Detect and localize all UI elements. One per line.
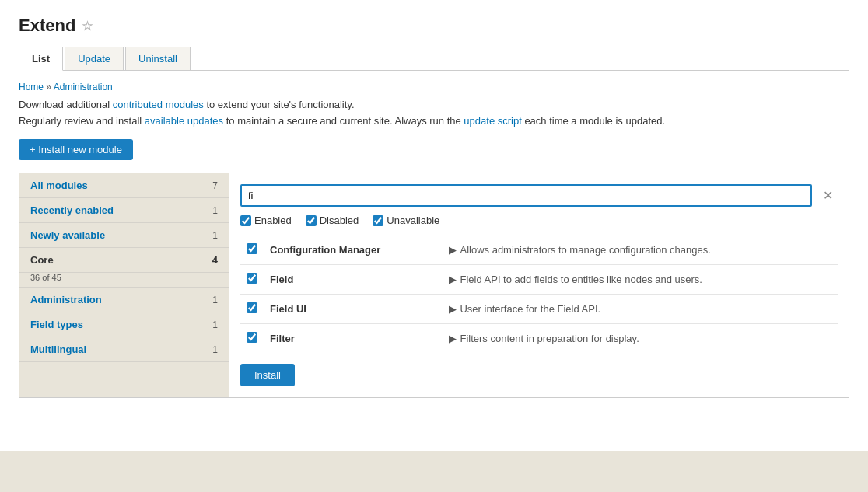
sidebar-recently-enabled-label: Recently enabled xyxy=(30,204,114,216)
breadcrumb-home[interactable]: Home xyxy=(19,82,44,92)
sidebar-core-label: Core xyxy=(30,254,54,266)
desc1-prefix: Download additional xyxy=(19,99,113,110)
breadcrumb-current[interactable]: Administration xyxy=(54,82,113,92)
breadcrumb-separator: » xyxy=(46,82,51,92)
module-checkbox-filter[interactable] xyxy=(247,332,257,343)
sidebar-item-newly-available[interactable]: Newly available 1 xyxy=(19,223,229,248)
filter-disabled-label: Disabled xyxy=(320,215,359,226)
tab-list[interactable]: List xyxy=(19,47,63,71)
module-table: Configuration Manager ▶Allows administra… xyxy=(240,236,838,353)
sidebar-all-modules-count: 7 xyxy=(212,180,218,191)
module-name-field-ui: Field UI xyxy=(264,295,443,324)
sidebar-newly-available-label: Newly available xyxy=(30,229,105,241)
sidebar-multilingual-label: Multilingual xyxy=(30,344,86,355)
module-desc-config-manager: ▶Allows administrators to manage configu… xyxy=(443,236,838,265)
sidebar-administration-label: Administration xyxy=(30,294,102,305)
sidebar-field-types-label: Field types xyxy=(30,319,83,330)
filter-enabled[interactable]: Enabled xyxy=(240,215,292,226)
install-button[interactable]: Install xyxy=(240,364,295,386)
desc2-prefix: Regularly review and install xyxy=(19,115,145,127)
filter-disabled[interactable]: Disabled xyxy=(306,215,359,226)
module-desc-field-ui: ▶User interface for the Field API. xyxy=(443,295,838,324)
sidebar-item-field-types[interactable]: Field types 1 xyxy=(19,312,229,337)
module-cb-filter xyxy=(240,324,264,354)
module-name-field: Field xyxy=(264,265,443,295)
module-desc-field: ▶Field API to add fields to entities lik… xyxy=(443,265,838,295)
content-panel: ✕ Enabled Disabled Unavailable xyxy=(229,173,849,398)
contributed-modules-link[interactable]: contributed modules xyxy=(113,99,204,110)
page-title: Extend xyxy=(19,16,75,36)
module-cb-field-ui xyxy=(240,295,264,324)
sidebar-item-multilingual[interactable]: Multilingual 1 xyxy=(19,337,229,362)
module-checkbox-config-manager[interactable] xyxy=(247,243,257,254)
sidebar-group-core[interactable]: Core 4 xyxy=(19,248,229,273)
filter-unavailable-checkbox[interactable] xyxy=(373,215,383,226)
sidebar-field-types-count: 1 xyxy=(212,319,218,330)
filter-enabled-label: Enabled xyxy=(254,215,292,226)
sidebar-all-modules-label: All modules xyxy=(30,180,88,191)
table-row: Field ▶Field API to add fields to entiti… xyxy=(240,265,838,295)
tab-uninstall[interactable]: Uninstall xyxy=(125,47,191,70)
sidebar-recently-enabled-count: 1 xyxy=(212,205,218,216)
module-checkbox-field-ui[interactable] xyxy=(247,302,257,313)
sidebar-item-administration[interactable]: Administration 1 xyxy=(19,288,229,312)
table-row: Configuration Manager ▶Allows administra… xyxy=(240,236,838,265)
update-script-link[interactable]: update script xyxy=(464,115,521,127)
sidebar-core-count: 4 xyxy=(212,254,218,266)
module-cb-config xyxy=(240,236,264,265)
sidebar-administration-count: 1 xyxy=(212,295,218,305)
search-row: ✕ xyxy=(240,184,838,207)
page-wrapper: Extend ☆ List Update Uninstall Home » Ad… xyxy=(0,0,868,492)
module-name-config-manager: Configuration Manager xyxy=(264,236,443,265)
module-desc-filter: ▶Filters content in preparation for disp… xyxy=(443,324,838,354)
filter-enabled-checkbox[interactable] xyxy=(240,215,251,226)
module-name-filter: Filter xyxy=(264,324,443,354)
star-icon[interactable]: ☆ xyxy=(82,19,93,33)
filter-unavailable[interactable]: Unavailable xyxy=(373,215,439,226)
tab-update[interactable]: Update xyxy=(65,47,124,70)
description-line1: Download additional contributed modules … xyxy=(19,99,849,110)
desc1-suffix: to extend your site's functionality. xyxy=(204,99,355,110)
sidebar-item-all-modules[interactable]: All modules 7 xyxy=(19,173,229,198)
search-input[interactable] xyxy=(240,184,812,207)
module-cb-field xyxy=(240,265,264,295)
sidebar-newly-available-count: 1 xyxy=(212,230,218,241)
page-title-row: Extend ☆ xyxy=(19,16,849,36)
sidebar-item-recently-enabled[interactable]: Recently enabled 1 xyxy=(19,198,229,223)
sidebar-core-sub: 36 of 45 xyxy=(19,273,229,288)
available-updates-link[interactable]: available updates xyxy=(145,115,223,127)
filter-unavailable-label: Unavailable xyxy=(387,215,439,226)
desc2-middle: to maintain a secure and current site. A… xyxy=(223,115,464,127)
module-checkbox-field[interactable] xyxy=(247,273,257,284)
filter-row: Enabled Disabled Unavailable xyxy=(240,215,838,226)
install-new-module-button[interactable]: + Install new module xyxy=(19,139,133,160)
table-row: Filter ▶Filters content in preparation f… xyxy=(240,324,838,354)
sidebar-multilingual-count: 1 xyxy=(212,344,218,355)
content-area: Extend ☆ List Update Uninstall Home » Ad… xyxy=(0,0,868,451)
sidebar: All modules 7 Recently enabled 1 Newly a… xyxy=(19,173,229,398)
breadcrumb: Home » Administration xyxy=(19,82,849,92)
filter-disabled-checkbox[interactable] xyxy=(306,215,317,226)
main-layout: All modules 7 Recently enabled 1 Newly a… xyxy=(19,173,849,398)
desc2-suffix: each time a module is updated. xyxy=(522,115,665,127)
table-row: Field UI ▶User interface for the Field A… xyxy=(240,295,838,324)
tabs-bar: List Update Uninstall xyxy=(19,47,849,71)
description-line2: Regularly review and install available u… xyxy=(19,115,849,127)
search-clear-button[interactable]: ✕ xyxy=(818,187,838,204)
